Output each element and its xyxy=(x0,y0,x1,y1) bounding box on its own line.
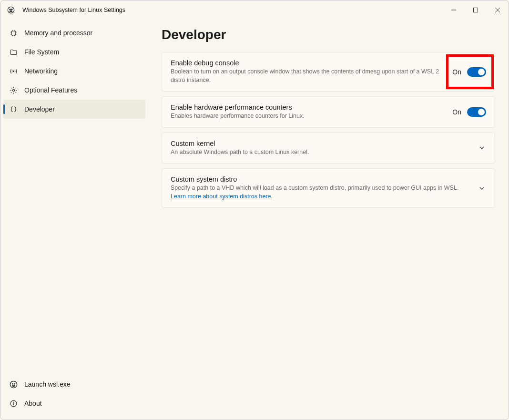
svg-point-22 xyxy=(12,385,15,386)
close-button[interactable] xyxy=(487,0,509,20)
toggle-group: On xyxy=(452,107,486,117)
sidebar-item-networking[interactable]: Networking xyxy=(3,61,145,81)
svg-point-0 xyxy=(8,7,14,13)
app-icon xyxy=(7,6,15,14)
sidebar-item-label: Developer xyxy=(24,105,145,113)
sidebar-item-label: Memory and processor xyxy=(24,29,145,37)
sidebar-item-optional[interactable]: Optional Features xyxy=(3,81,145,100)
setting-title: Enable hardware performance counters xyxy=(171,103,444,111)
svg-point-25 xyxy=(13,402,13,402)
sidebar-item-developer[interactable]: Developer xyxy=(3,100,145,119)
main-panel: Developer Enable debug console Boolean t… xyxy=(148,20,509,420)
sidebar-item-label: File System xyxy=(24,48,145,56)
setting-description: Specify a path to a VHD which will load … xyxy=(171,184,469,201)
info-icon xyxy=(9,399,18,408)
sidebar-item-label: About xyxy=(24,400,145,407)
sidebar-item-label: Optional Features xyxy=(24,86,145,94)
setting-title: Custom system distro xyxy=(171,175,469,183)
wifi-icon xyxy=(9,67,18,75)
setting-description: An absolute Windows path to a custom Lin… xyxy=(171,148,469,157)
setting-card-debug-console: Enable debug console Boolean to turn on … xyxy=(162,52,495,92)
chevron-down-icon[interactable] xyxy=(478,143,486,152)
learn-more-link[interactable]: Learn more about system distros here xyxy=(171,193,271,200)
sidebar-item-label: Launch wsl.exe xyxy=(24,380,145,388)
maximize-button[interactable] xyxy=(465,0,487,20)
window-buttons xyxy=(443,0,509,20)
svg-point-2 xyxy=(11,9,12,10)
minimize-button[interactable] xyxy=(443,0,465,20)
chip-icon xyxy=(9,29,18,37)
setting-card-perf-counters: Enable hardware performance counters Ena… xyxy=(162,96,495,128)
folder-icon xyxy=(9,48,18,56)
penguin-icon xyxy=(9,380,18,389)
setting-title: Enable debug console xyxy=(171,59,444,67)
setting-card-custom-kernel[interactable]: Custom kernel An absolute Windows path t… xyxy=(162,133,495,164)
braces-icon xyxy=(9,105,18,113)
toggle-state-label: On xyxy=(452,68,461,76)
setting-description: Enables hardware performance counters fo… xyxy=(171,112,444,121)
svg-point-20 xyxy=(12,383,13,384)
chevron-down-icon[interactable] xyxy=(478,184,486,193)
about-button[interactable]: About xyxy=(3,394,145,413)
sidebar: Memory and processor File System Network… xyxy=(0,20,148,420)
desc-text: Specify a path to a VHD which will load … xyxy=(171,184,458,191)
setting-card-custom-distro[interactable]: Custom system distro Specify a path to a… xyxy=(162,168,495,208)
setting-title: Custom kernel xyxy=(171,140,469,147)
window-title: Windows Subsystem for Linux Settings xyxy=(22,7,125,13)
perf-counters-toggle[interactable] xyxy=(467,107,486,117)
svg-point-3 xyxy=(10,10,12,12)
svg-point-17 xyxy=(13,71,14,72)
svg-rect-8 xyxy=(11,31,16,35)
debug-console-toggle[interactable] xyxy=(467,67,486,77)
desc-text: . xyxy=(271,193,273,200)
title-bar: Windows Subsystem for Linux Settings xyxy=(0,0,509,20)
setting-description: Boolean to turn on an output console win… xyxy=(171,68,444,84)
svg-point-1 xyxy=(10,9,10,10)
svg-point-21 xyxy=(14,383,15,384)
gear-icon xyxy=(9,86,18,94)
toggle-state-label: On xyxy=(452,108,461,116)
toggle-group: On xyxy=(452,67,486,77)
sidebar-item-label: Networking xyxy=(24,67,145,75)
svg-point-18 xyxy=(12,89,14,91)
launch-wsl-button[interactable]: Launch wsl.exe xyxy=(3,375,145,394)
page-title: Developer xyxy=(162,27,495,42)
sidebar-item-filesystem[interactable]: File System xyxy=(3,42,145,61)
svg-rect-5 xyxy=(474,8,478,12)
sidebar-item-memory[interactable]: Memory and processor xyxy=(3,23,145,42)
